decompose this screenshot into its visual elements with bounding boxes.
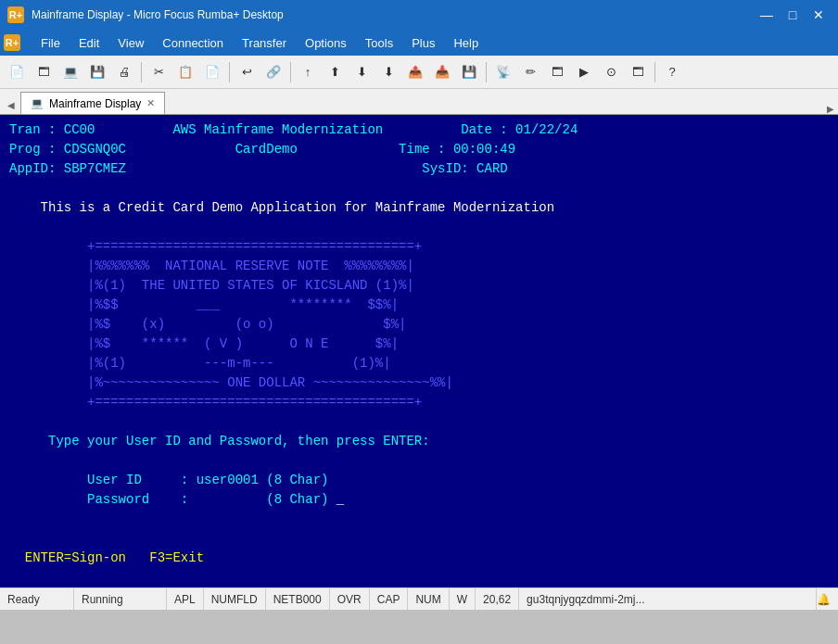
tb-help[interactable]: ? — [659, 59, 685, 85]
prompt-text: Type your User ID and Password, then pre… — [9, 432, 430, 451]
tran-label: Tran : — [9, 120, 64, 140]
spacer1 — [95, 120, 172, 140]
tb-network[interactable]: 📡 — [490, 59, 516, 85]
mainframe-display-tab[interactable]: 💻 Mainframe Display ✕ — [20, 92, 165, 114]
menu-plus[interactable]: Plus — [402, 32, 444, 54]
tab-label: Mainframe Display — [49, 97, 141, 110]
title1: AWS Mainframe Modernization — [172, 120, 383, 140]
sysid-label: SysID: — [422, 159, 476, 179]
tb-sep1 — [141, 62, 142, 82]
status-bar: Ready Running APL NUMFLD NETB000 OVR CAP… — [0, 587, 838, 610]
terminal-bank8: |%~~~~~~~~~~~~~~~ ONE DOLLAR ~~~~~~~~~~~… — [9, 373, 829, 393]
title2: CardDemo — [204, 140, 298, 159]
prog-value: CDSGNQ0C — [64, 140, 126, 159]
tran-value: CC00 — [64, 120, 95, 140]
tb-sep4 — [486, 62, 487, 82]
terminal-row-appid: AppID: SBP7CMEZ SysID: CARD — [9, 159, 829, 179]
menu-tools[interactable]: Tools — [356, 32, 402, 54]
terminal-blank6 — [9, 529, 829, 549]
terminal-bank9: +=======================================… — [9, 393, 829, 412]
tb-up2[interactable]: ⬆ — [322, 59, 348, 85]
terminal-footer: ENTER=Sign-on F3=Exit — [9, 549, 829, 568]
tb-down1[interactable]: ⬇ — [349, 59, 375, 85]
spacer5 — [126, 159, 422, 179]
menu-transfer[interactable]: Transfer — [233, 32, 296, 54]
menu-view[interactable]: View — [108, 32, 153, 54]
title-text: Mainframe Display - Micro Focus Rumba+ D… — [32, 8, 755, 21]
menu-edit[interactable]: Edit — [70, 32, 108, 54]
maximize-button[interactable]: □ — [781, 5, 805, 25]
toolbar: 📄 🗔 💻 💾 🖨 ✂ 📋 📄 ↩ 🔗 ↑ ⬆ ⬇ ⬇ 📤 📥 💾 📡 ✏ 🗔 … — [0, 56, 838, 89]
tb-window[interactable]: 🗔 — [31, 59, 57, 85]
tb-window2[interactable]: 🗔 — [544, 59, 570, 85]
status-w: W — [450, 588, 476, 610]
tb-display[interactable]: 💻 — [57, 59, 83, 85]
time-label: Time : — [375, 140, 453, 159]
menu-options[interactable]: Options — [296, 32, 356, 54]
terminal-password-row: Password : (8 Char) _ — [9, 490, 829, 510]
menu-app-icon: R+ — [4, 34, 20, 51]
title-bar: R+ Mainframe Display - Micro Focus Rumba… — [0, 0, 838, 30]
status-netb: NETB000 — [266, 588, 330, 610]
userid-value: user0001 (8 Char) — [197, 471, 329, 490]
terminal-bank6: |%$ ****** ( V ) O N E $%| — [9, 335, 829, 354]
date-label: Date : — [461, 120, 515, 140]
menu-connection[interactable]: Connection — [153, 32, 233, 54]
terminal-bank3: |%(1) THE UNITED STATES OF KICSLAND (1)%… — [9, 276, 829, 296]
close-button[interactable]: ✕ — [806, 5, 831, 25]
tb-cut[interactable]: ✂ — [146, 59, 171, 85]
tb-download[interactable]: 📥 — [429, 59, 455, 85]
terminal-blank2 — [9, 218, 829, 237]
tb-undo[interactable]: ↩ — [234, 59, 260, 85]
terminal-userid-row: User ID : user0001 (8 Char) — [9, 471, 829, 490]
tb-layout[interactable]: 🗔 — [625, 59, 651, 85]
tb-save[interactable]: 💾 — [84, 59, 110, 85]
tab-close-icon[interactable]: ✕ — [146, 97, 155, 109]
tb-sep5 — [654, 62, 655, 82]
password-cursor: _ — [336, 490, 344, 510]
spacer2 — [383, 120, 461, 140]
time-value: 00:00:49 — [453, 140, 515, 159]
tb-upload[interactable]: 📤 — [402, 59, 428, 85]
tb-down2[interactable]: ⬇ — [375, 59, 401, 85]
terminal-blank1 — [9, 179, 829, 198]
tb-record[interactable]: ⊙ — [598, 59, 624, 85]
appid-label: AppID: — [9, 159, 64, 179]
tb-sep2 — [229, 62, 230, 82]
tb-paste[interactable]: 📄 — [199, 59, 225, 85]
tb-copy[interactable]: 📋 — [172, 59, 198, 85]
desc-text: This is a Credit Card Demo Application f… — [9, 198, 554, 218]
tb-new[interactable]: 📄 — [4, 59, 30, 85]
status-session: gu3tqnjygqzdmmi-2mj... — [519, 588, 817, 610]
tab-arrow-icon[interactable]: ▶ — [827, 104, 834, 114]
tb-up1[interactable]: ↑ — [295, 59, 321, 85]
appid-value: SBP7CMEZ — [64, 159, 126, 179]
menu-help[interactable]: Help — [444, 32, 488, 54]
tb-print[interactable]: 🖨 — [111, 59, 137, 85]
terminal-bank7: |%(1) ---m-m--- (1)%| — [9, 354, 829, 373]
date-value: 01/22/24 — [515, 120, 578, 140]
footer-text: ENTER=Sign-on F3=Exit — [9, 549, 204, 568]
sysid-value: CARD — [476, 159, 508, 179]
terminal-area[interactable]: Tran : CC00 AWS Mainframe Modernization … — [0, 115, 838, 587]
terminal-bank1: +=======================================… — [9, 237, 829, 257]
terminal-bank2: |%%%%%%% NATIONAL RESERVE NOTE %%%%%%%%| — [9, 257, 829, 276]
terminal-bank4: |%$$ ___ ******** $$%| — [9, 296, 829, 315]
menu-bar: R+ File Edit View Connection Transfer Op… — [0, 30, 838, 56]
terminal-description: This is a Credit Card Demo Application f… — [9, 198, 829, 218]
tb-play[interactable]: ▶ — [571, 59, 597, 85]
tb-ftp[interactable]: 💾 — [456, 59, 482, 85]
status-running: Running — [74, 588, 167, 610]
status-cap: CAP — [370, 588, 409, 610]
tb-pen[interactable]: ✏ — [517, 59, 543, 85]
status-position: 20,62 — [476, 588, 519, 610]
terminal-row-tran: Tran : CC00 AWS Mainframe Modernization … — [9, 120, 829, 140]
terminal-blank4 — [9, 451, 829, 471]
minimize-button[interactable]: — — [755, 5, 779, 25]
bell-icon: 🔔 — [817, 593, 838, 606]
prog-label: Prog : — [9, 140, 64, 159]
tb-sep3 — [290, 62, 291, 82]
tab-scroll-left[interactable]: ◀ — [4, 95, 19, 114]
menu-file[interactable]: File — [32, 32, 70, 54]
tb-link[interactable]: 🔗 — [260, 59, 286, 85]
